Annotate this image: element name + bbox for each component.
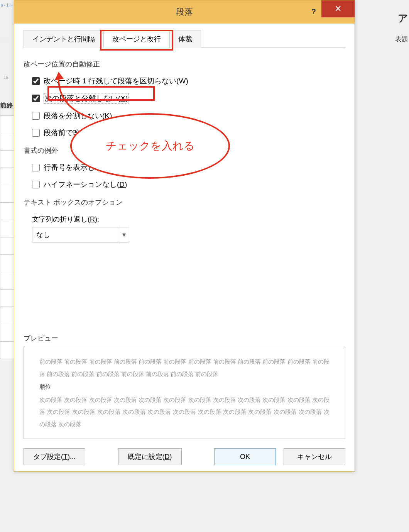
checkbox-keepnext-input[interactable]: [32, 95, 40, 102]
bg-table: [0, 108, 14, 359]
checkbox-hyphen-input[interactable]: [32, 181, 40, 188]
wrap-value: なし: [36, 230, 50, 239]
tabs-button[interactable]: タブ設定(T)...: [24, 448, 85, 465]
wrap-label: 文字列の折り返し(R):: [32, 215, 345, 224]
preview-current: 順位: [39, 381, 330, 393]
bg-style-glyph: ア: [398, 12, 408, 25]
close-icon: ✕: [335, 4, 341, 14]
preview-label: プレビュー: [24, 334, 345, 343]
checkbox-keep-lines[interactable]: 段落を分割しない(K): [32, 111, 345, 121]
dialog-title: 段落: [176, 6, 193, 18]
checkbox-linenum-input[interactable]: [32, 164, 40, 171]
section-autopage: 改ページ位置の自動修正: [24, 59, 345, 69]
checkbox-keeplines-label: 段落を分割しない(K): [44, 111, 112, 121]
dialog-body: インデントと行間隔 改ページと改行 体裁 改ページ位置の自動修正 改ページ時 1…: [14, 24, 355, 471]
checkbox-keep-with-next[interactable]: 次の段落と分離しない(X): [32, 93, 345, 104]
ok-button[interactable]: OK: [214, 448, 276, 465]
close-button[interactable]: ✕: [321, 0, 355, 17]
checkbox-page-before[interactable]: 段落前で改ページする(B): [32, 128, 345, 138]
checkbox-keeplines-input[interactable]: [32, 112, 40, 120]
tab-layout[interactable]: 体裁: [169, 30, 201, 48]
preview-before: 前の段落 前の段落 前の段落 前の段落 前の段落 前の段落 前の段落 前の段落 …: [39, 358, 330, 377]
checkbox-hyphen-label: ハイフネーションなし(D): [44, 180, 127, 190]
checkbox-linenum-label: 行番号を表示しない: [44, 163, 110, 173]
wrap-dropdown[interactable]: なし ▾: [32, 227, 129, 242]
ruler-tick: 16: [0, 75, 12, 80]
section-textbox-options: テキスト ボックスのオプション: [24, 198, 345, 207]
tab-indent[interactable]: インデントと行間隔: [24, 30, 104, 48]
preview-after: 次の段落 次の段落 次の段落 次の段落 次の段落 次の段落 次の段落 次の段落 …: [39, 396, 330, 427]
margin-marker: a - 1 i -: [1, 3, 13, 7]
set-default-button[interactable]: 既定に設定(D): [118, 448, 182, 465]
checkbox-pagebefore-input[interactable]: [32, 129, 40, 137]
help-button[interactable]: ?: [311, 7, 316, 16]
button-row: タブ設定(T)... 既定に設定(D) OK キャンセル: [24, 448, 345, 465]
checkbox-widow-input[interactable]: [32, 77, 40, 85]
cancel-button[interactable]: キャンセル: [284, 448, 345, 465]
section-format-exception: 書式の例外: [24, 146, 345, 155]
titlebar: 段落 ? ✕: [14, 0, 355, 24]
chevron-down-icon: ▾: [119, 227, 129, 242]
tab-strip: インデントと行間隔 改ページと改行 体裁: [24, 30, 345, 48]
checkbox-no-hyphenation[interactable]: ハイフネーションなし(D): [32, 180, 345, 190]
paragraph-dialog: 段落 ? ✕ インデントと行間隔 改ページと改行 体裁 改ページ位置の自動修正 …: [14, 0, 355, 472]
checkbox-keepnext-label: 次の段落と分離しない(X): [44, 93, 129, 104]
preview-section: プレビュー 前の段落 前の段落 前の段落 前の段落 前の段落 前の段落 前の段落…: [24, 329, 345, 439]
checkbox-suppress-linenum[interactable]: 行番号を表示しない: [32, 163, 345, 173]
checkbox-widow-control[interactable]: 改ページ時 1 行残して段落を区切らない(W): [32, 76, 345, 86]
checkbox-pagebefore-label: 段落前で改ページする(B): [44, 128, 127, 138]
tab-pagebreak[interactable]: 改ページと改行: [103, 30, 170, 48]
checkbox-widow-label: 改ページ時 1 行残して段落を区切らない(W): [44, 76, 188, 86]
justify-icon: [2, 37, 10, 44]
preview-box: 前の段落 前の段落 前の段落 前の段落 前の段落 前の段落 前の段落 前の段落 …: [24, 347, 345, 439]
bg-style-label: 表題: [395, 35, 408, 44]
